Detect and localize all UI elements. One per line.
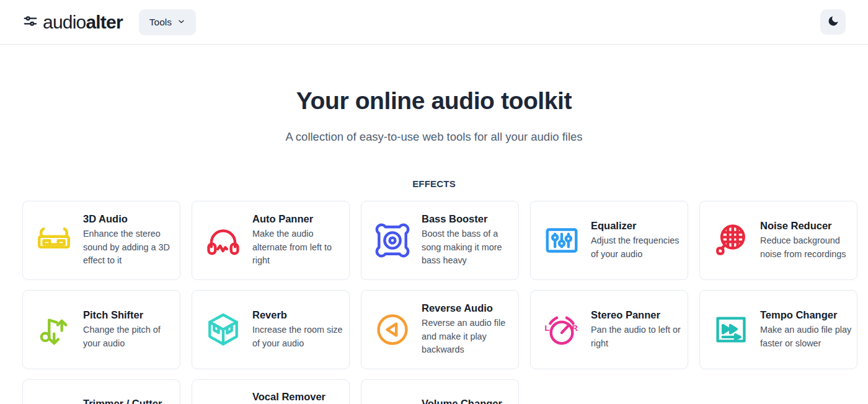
page-title: Your online audio toolkit <box>0 87 868 115</box>
theme-toggle-button[interactable] <box>820 9 846 35</box>
tool-card-reverb[interactable]: Reverb Increase the room size of your au… <box>192 290 350 369</box>
svg-text:L: L <box>545 323 550 333</box>
tool-description: Make an audio file play faster or slower <box>760 323 853 350</box>
tool-card-equalizer[interactable]: Equalizer Adjust the frequencies of your… <box>530 201 688 280</box>
tool-card-noise-reducer[interactable]: Noise Reducer Reduce background noise fr… <box>699 201 857 280</box>
tools-grid: 3D Audio Enhance the stereo sound by add… <box>22 201 846 404</box>
tool-title: Noise Reducer <box>760 220 853 232</box>
scissors-icon <box>34 399 74 404</box>
tools-menu-label: Tools <box>149 17 172 28</box>
sliders-icon <box>22 13 38 32</box>
tool-card-trimmer-cutter[interactable]: Trimmer / Cutter <box>22 379 180 404</box>
tool-title: Trimmer / Cutter <box>83 398 176 404</box>
effects-section-label: EFFECTS <box>0 178 868 189</box>
tool-card-reverse-audio[interactable]: Reverse Audio Reverse an audio file and … <box>361 290 519 369</box>
tool-description: Boost the bass of a song making it more … <box>422 227 515 268</box>
microphone-slash-icon <box>203 399 243 404</box>
pan-knob-icon: LR <box>542 310 582 349</box>
tool-title: 3D Audio <box>83 213 176 225</box>
tool-description: Reverse an audio file and make it play b… <box>422 317 515 357</box>
moon-icon <box>827 15 839 29</box>
page-subtitle: A collection of easy-to-use web tools fo… <box>0 130 868 144</box>
tool-description: Reduce background noise from recordings <box>760 234 853 261</box>
tool-title: Auto Panner <box>252 213 345 225</box>
chevron-down-icon <box>177 17 185 28</box>
tool-card-3d-audio[interactable]: 3D Audio Enhance the stereo sound by add… <box>22 201 180 280</box>
reverse-play-icon <box>373 310 412 349</box>
fast-forward-icon <box>711 310 751 349</box>
tool-description: Make the audio alternate from left to ri… <box>252 227 345 268</box>
tool-card-stereo-panner[interactable]: LR Stereo Panner Pan the audio to left o… <box>530 290 688 369</box>
tool-description: Adjust the frequencies of your audio <box>591 234 684 261</box>
logo-text: audioalter <box>43 13 123 32</box>
microphone-grid-icon <box>711 221 751 260</box>
tool-description: Change the pitch of your audio <box>83 323 176 350</box>
tool-card-auto-panner[interactable]: Auto Panner Make the audio alternate fro… <box>192 201 350 280</box>
music-note-arrows-icon <box>34 310 74 349</box>
headphones-icon <box>203 221 243 260</box>
tool-description: Increase the room size of your audio <box>252 323 345 350</box>
tool-title: Volume Changer <box>422 398 515 404</box>
equalizer-icon <box>542 221 582 260</box>
tool-title: Bass Booster <box>422 213 515 225</box>
3d-glasses-icon <box>34 221 74 260</box>
volume-plus-icon <box>373 399 412 404</box>
tool-card-volume-changer[interactable]: Volume Changer <box>361 379 519 404</box>
tool-card-pitch-shifter[interactable]: Pitch Shifter Change the pitch of your a… <box>22 290 180 369</box>
main-content: Your online audio toolkit A collection o… <box>0 87 868 404</box>
tool-card-bass-booster[interactable]: Bass Booster Boost the bass of a song ma… <box>361 201 519 280</box>
svg-text:R: R <box>572 323 578 333</box>
cube-icon <box>203 310 243 349</box>
speaker-icon <box>373 221 412 260</box>
tool-title: Stereo Panner <box>591 309 684 321</box>
tool-description: Enhance the stereo sound by adding a 3D … <box>83 227 176 268</box>
tool-card-tempo-changer[interactable]: Tempo Changer Make an audio file play fa… <box>699 290 857 369</box>
navbar: audioalter Tools <box>0 0 868 45</box>
tool-title: Reverse Audio <box>422 302 515 314</box>
tool-description: Pan the audio to left or right <box>591 323 684 350</box>
tools-menu-button[interactable]: Tools <box>139 9 196 35</box>
tool-title: Reverb <box>252 309 345 321</box>
tool-card-vocal-remover[interactable]: Vocal Remover <box>192 379 350 404</box>
tool-title: Vocal Remover <box>252 391 345 403</box>
tool-title: Pitch Shifter <box>83 309 176 321</box>
tool-title: Equalizer <box>591 220 684 232</box>
logo[interactable]: audioalter <box>22 13 123 32</box>
tool-title: Tempo Changer <box>760 309 853 321</box>
